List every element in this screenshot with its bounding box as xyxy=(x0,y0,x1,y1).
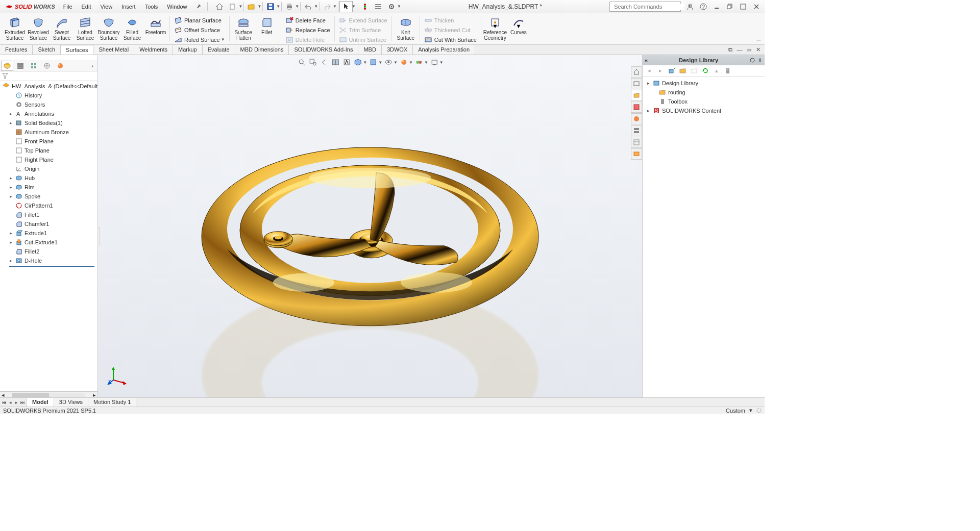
tree-root[interactable]: HW_Analysis_& (Default<<Default>_Dis xyxy=(0,82,97,91)
file-explorer-tab-icon[interactable] xyxy=(631,102,642,113)
status-caret[interactable]: ▾ xyxy=(749,407,752,414)
doc-popout-icon[interactable]: ⧉ xyxy=(727,46,734,54)
doc-minimize-icon[interactable]: — xyxy=(736,46,743,54)
graphics-viewport[interactable]: A ▼ ▼ ▼ ▼ ▼ ▼ xyxy=(98,55,642,398)
replace-face-button[interactable]: Replace Face xyxy=(283,25,332,35)
revolved-surface-button[interactable]: Revolved Surface xyxy=(27,15,50,42)
tree-top-plane[interactable]: Top Plane xyxy=(0,146,97,155)
dropdown-caret[interactable]: ▼ xyxy=(352,4,356,9)
boundary-surface-button[interactable]: Boundary Surface xyxy=(97,15,120,42)
restore-icon[interactable] xyxy=(724,2,736,12)
curves-button[interactable]: ▼Curves xyxy=(507,15,530,36)
filled-surface-button[interactable]: Filled Surface xyxy=(120,15,144,42)
menu-edit[interactable]: Edit xyxy=(78,2,95,12)
doc-restore-icon[interactable]: ▭ xyxy=(745,46,752,54)
refresh-icon[interactable] xyxy=(701,66,710,75)
new-folder-icon[interactable] xyxy=(690,66,699,75)
search-input[interactable] xyxy=(614,4,684,10)
tree-hub[interactable]: ▸Hub xyxy=(0,173,97,183)
forward-icon[interactable]: ▸ xyxy=(656,66,665,75)
tab-nav[interactable]: ⏮◂▸⏭ xyxy=(0,398,27,407)
dim-manager-tab-icon[interactable] xyxy=(41,61,53,71)
view-palette-tab-icon[interactable] xyxy=(631,113,642,124)
up-icon[interactable]: ▴ xyxy=(712,66,721,75)
resources-tab-icon[interactable] xyxy=(631,78,642,89)
settings-gear-icon[interactable] xyxy=(385,1,398,12)
open-icon[interactable] xyxy=(245,1,258,12)
zoom-fit-icon[interactable] xyxy=(297,57,307,67)
pin-menu-icon[interactable] xyxy=(192,1,205,12)
new-icon[interactable] xyxy=(226,1,239,12)
redo-icon[interactable] xyxy=(321,1,334,12)
tab-surfaces[interactable]: Surfaces xyxy=(61,45,93,55)
swept-surface-button[interactable]: Swept Surface xyxy=(50,15,74,42)
configuration-manager-tab-icon[interactable] xyxy=(28,61,40,71)
panel-expand-icon[interactable]: › xyxy=(88,63,96,69)
forum-tab-icon[interactable] xyxy=(631,148,642,160)
doc-close-icon[interactable]: ✕ xyxy=(754,46,762,54)
close-icon[interactable] xyxy=(750,2,763,12)
feature-manager-tab-icon[interactable] xyxy=(1,61,13,71)
extruded-surface-button[interactable]: Extruded Surface xyxy=(3,15,27,42)
tree-cutextrude1[interactable]: ▸Cut-Extrude1 xyxy=(0,238,97,247)
freeform-button[interactable]: Freeform xyxy=(144,15,167,36)
tree-right-plane[interactable]: Right Plane xyxy=(0,155,97,164)
tree-rim[interactable]: ▸Rim xyxy=(0,183,97,192)
tab-features[interactable]: Features xyxy=(0,45,33,55)
menu-insert[interactable]: Insert xyxy=(117,2,140,12)
back-icon[interactable]: ◂ xyxy=(645,66,654,75)
collapse-panel-icon[interactable]: « xyxy=(645,57,648,63)
display-style-icon[interactable] xyxy=(368,57,378,67)
menu-window[interactable]: Window xyxy=(163,2,191,12)
display-manager-tab-icon[interactable] xyxy=(54,61,66,71)
tree-sensors[interactable]: Sensors xyxy=(0,100,97,109)
tree-material[interactable]: Aluminum Bronze xyxy=(0,128,97,137)
lib-toolbox[interactable]: Toolbox xyxy=(644,97,764,106)
home-icon[interactable] xyxy=(213,1,226,12)
print-icon[interactable] xyxy=(283,1,296,12)
add-folder-icon[interactable] xyxy=(678,66,688,75)
taskpane-pin-icon[interactable] xyxy=(757,58,763,63)
add-location-icon[interactable]: + xyxy=(667,66,676,75)
design-library-tab-icon[interactable] xyxy=(631,90,642,101)
tree-dhole[interactable]: ▸D-Hole xyxy=(0,256,97,265)
config-toolbox-icon[interactable] xyxy=(723,66,732,75)
tree-spoke[interactable]: ▸Spoke xyxy=(0,192,97,201)
panel-splitter[interactable] xyxy=(98,227,100,245)
tree-solid-bodies[interactable]: ▸Solid Bodies(1) xyxy=(0,118,97,128)
tree-fillet2[interactable]: Fillet2 xyxy=(0,247,97,256)
tree-history[interactable]: History xyxy=(0,91,97,100)
orientation-triad[interactable]: z xyxy=(107,366,128,386)
view-settings-icon[interactable] xyxy=(429,57,439,67)
tree-fillet1[interactable]: Fillet1 xyxy=(0,210,97,219)
save-icon[interactable] xyxy=(264,1,277,12)
reference-geometry-button[interactable]: ▼Reference Geometry xyxy=(483,15,507,42)
tab-addins[interactable]: SOLIDWORKS Add-Ins xyxy=(289,45,358,55)
dynamic-annotation-icon[interactable]: A xyxy=(341,57,352,67)
dropdown-caret[interactable]: ▼ xyxy=(257,4,261,9)
knit-surface-button[interactable]: Knit Surface xyxy=(394,15,418,42)
tree-extrude1[interactable]: ▸Extrude1 xyxy=(0,229,97,238)
view-orientation-icon[interactable] xyxy=(353,57,363,67)
search-commands-box[interactable]: ▼ xyxy=(609,2,681,12)
dropdown-caret[interactable]: ▼ xyxy=(314,4,318,9)
scene-icon[interactable] xyxy=(414,57,424,67)
help-icon[interactable]: ? xyxy=(697,2,709,12)
lib-routing[interactable]: routing xyxy=(644,88,764,97)
select-cursor-icon[interactable] xyxy=(339,1,353,12)
tab-analysis-prep[interactable]: Analysis Preparation xyxy=(413,45,475,55)
tab-weldments[interactable]: Weldments xyxy=(134,45,173,55)
tree-annotations[interactable]: ▸AAnnotations xyxy=(0,109,97,118)
maximize-icon[interactable] xyxy=(737,2,749,12)
previous-view-icon[interactable] xyxy=(319,57,329,67)
appearances-tab-icon[interactable] xyxy=(631,125,642,136)
section-view-icon[interactable] xyxy=(330,57,340,67)
hide-show-icon[interactable] xyxy=(383,57,394,67)
custom-props-tab-icon[interactable] xyxy=(631,137,642,148)
minimize-icon[interactable] xyxy=(710,2,723,12)
tree-front-plane[interactable]: Front Plane xyxy=(0,137,97,146)
menu-tools[interactable]: Tools xyxy=(141,2,162,12)
zoom-area-icon[interactable] xyxy=(308,57,318,67)
menu-file[interactable]: File xyxy=(59,2,77,12)
delete-face-button[interactable]: Delete Face xyxy=(283,15,332,25)
